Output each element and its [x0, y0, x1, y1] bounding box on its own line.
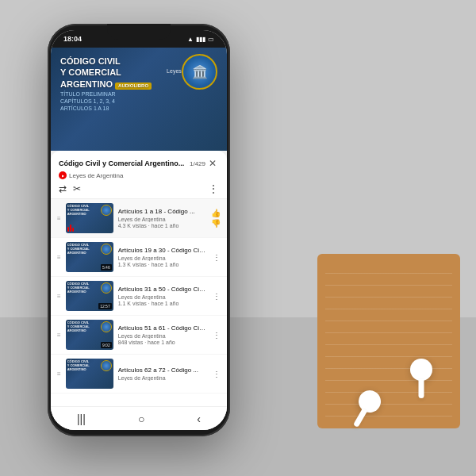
notebook-lines [325, 262, 452, 420]
battery-icon: ▭ [208, 36, 214, 43]
thumbnail-container: CÓDIGO CIVILY COMERCIALARGENTINO 9:02 [66, 320, 113, 350]
title-line2: Y COMERCIAL [60, 67, 121, 77]
item-title: Artículos 31 a 50 - Código Civil y Comer… [118, 286, 208, 294]
item-more-button[interactable]: ⋮ [213, 253, 221, 262]
playing-indicator [67, 225, 74, 232]
item-views: 848 vistas · hace 1 año [118, 340, 208, 345]
item-more-button[interactable]: ⋮ [213, 331, 221, 340]
playlist-count: 1/429 [190, 160, 205, 167]
phone: 18:04 ▲ ▮▮▮ ▭ Leyes de Argentin... CÓDIG… [48, 24, 230, 436]
video-header[interactable]: Leyes de Argentin... CÓDIGO CIVIL Y COME… [51, 48, 227, 151]
item-meta: Leyes de Argentina [118, 375, 208, 381]
thumbnail: CÓDIGO CIVILY COMERCIALARGENTINO [66, 359, 113, 389]
title-line1: CÓDIGO CIVIL [60, 56, 121, 66]
thumb-text: CÓDIGO CIVILY COMERCIALARGENTINO [67, 244, 90, 255]
playlist-panel: Código Civil y Comercial Argentino... 1/… [51, 151, 227, 430]
playlist-item[interactable]: ≡ CÓDIGO CIVILY COMERCIALARGENTINO 12:57… [51, 277, 227, 316]
home-indicator[interactable]: ||| [77, 413, 86, 425]
drag-handle: ≡ [57, 215, 61, 222]
thumb-coat [101, 205, 112, 216]
bar1 [67, 227, 69, 232]
airpod-right [410, 359, 432, 381]
item-title: Artículos 51 a 61 - Código Civil y Comer… [118, 324, 208, 332]
bar3 [72, 228, 74, 232]
item-title: Artículos 19 a 30 - Código Civil y Comer… [118, 247, 208, 255]
thumb-text: CÓDIGO CIVILY COMERCIALARGENTINO [67, 321, 90, 332]
scene: 18:04 ▲ ▮▮▮ ▭ Leyes de Argentin... CÓDIG… [0, 0, 476, 476]
thumbnail-container: CÓDIGO CIVILY COMERCIALARGENTINO 12:57 [66, 281, 113, 311]
back-button[interactable]: ‹ [197, 413, 201, 425]
thumbnail-container: CÓDIGO CIVILY COMERCIALARGENTINO [66, 359, 113, 389]
item-meta: Leyes de Argentina [118, 333, 208, 339]
status-time: 18:04 [63, 35, 82, 43]
item-title: Artículos 62 a 72 - Código ... [118, 367, 208, 374]
item-info: Artículos 51 a 61 - Código Civil y Comer… [118, 324, 208, 345]
video-header-text: CÓDIGO CIVIL Y COMERCIAL ARGENTINO AUDIO… [60, 56, 152, 111]
item-info: Artículos 1 a 18 - Código ... Leyes de A… [118, 208, 206, 228]
more-options-button[interactable]: ⋮ [208, 182, 219, 195]
playlist-channel: Leyes de Argentina [59, 171, 219, 179]
thumbnail: CÓDIGO CIVILY COMERCIALARGENTINO 9:02 [66, 320, 113, 350]
status-icons: ▲ ▮▮▮ ▭ [187, 36, 214, 43]
coat-of-arms: 🏛️ [182, 54, 217, 98]
articles-line: ARTÍCULOS 1 A 18 [60, 106, 152, 111]
playlist-title: Código Civil y Comercial Argentino... [59, 159, 186, 167]
thumbnail-container: CÓDIGO CIVILY COMERCIALARGENTINO 5:46 [66, 242, 113, 272]
drag-handle: ≡ [57, 332, 61, 339]
thumb-text: CÓDIGO CIVILY COMERCIALARGENTINO [67, 360, 90, 371]
audiolibro-badge: AUDIOLIBRO [115, 83, 152, 90]
thumb-coat [101, 360, 112, 371]
playlist-header: Código Civil y Comercial Argentino... 1/… [51, 151, 227, 199]
notebook [317, 254, 460, 428]
chapters-line: CAPÍTULOS 1, 2, 3, 4 [60, 98, 152, 104]
airpod-body-right [410, 359, 432, 381]
thumb-duration: 9:02 [101, 342, 112, 348]
thumb-text: CÓDIGO CIVILY COMERCIALARGENTINO [67, 205, 90, 216]
shuffle-button[interactable]: ⇄ [59, 183, 67, 194]
coat-circle: 🏛️ [182, 54, 217, 90]
repeat-button[interactable]: ✂ [73, 183, 81, 194]
item-info: Artículos 31 a 50 - Código Civil y Comer… [118, 286, 208, 306]
item-more-button[interactable]: ⋮ [213, 292, 221, 301]
thumb-duration: 5:46 [101, 264, 112, 271]
playlist-item[interactable]: ≡ CÓDIGO CIVILY COMERCIALARGENTINO 5:46 … [51, 238, 227, 277]
item-actions: 👍 👎 [211, 209, 221, 228]
playlist-item[interactable]: ≡ CÓDIGO CIVILY COMERCIALARGENTINO 9:02 … [51, 316, 227, 355]
drag-handle: ≡ [57, 370, 61, 378]
item-more-button[interactable]: ⋮ [213, 370, 221, 378]
playlist-item[interactable]: ≡ CÓDIGO CIVILY COMERCIALARGENTINO [51, 199, 227, 238]
youtube-icon [59, 171, 67, 179]
item-info: Artículos 19 a 30 - Código Civil y Comer… [118, 247, 208, 267]
home-button[interactable]: ○ [138, 413, 144, 425]
item-views: 4.3 K vistas · hace 1 año [118, 223, 206, 228]
phone-notch [107, 24, 171, 40]
close-button[interactable]: ✕ [206, 157, 219, 170]
video-title-main: CÓDIGO CIVIL Y COMERCIAL ARGENTINO AUDIO… [60, 56, 152, 90]
drag-handle: ≡ [57, 293, 61, 300]
signal-icon: ▮▮▮ [196, 36, 205, 43]
thumbnail-container: CÓDIGO CIVILY COMERCIALARGENTINO [66, 203, 113, 233]
playlist-item[interactable]: ≡ CÓDIGO CIVILY COMERCIALARGENTINO Artíc… [51, 355, 227, 393]
item-info: Artículos 62 a 72 - Código ... Leyes de … [118, 367, 208, 381]
title-line3: ARGENTINO [60, 79, 113, 89]
phone-screen: 18:04 ▲ ▮▮▮ ▭ Leyes de Argentin... CÓDIG… [51, 30, 227, 430]
playlist-items: ≡ CÓDIGO CIVILY COMERCIALARGENTINO [51, 199, 227, 416]
item-views: 1.1 K vistas · hace 1 año [118, 301, 208, 306]
thumbnail: CÓDIGO CIVILY COMERCIALARGENTINO [66, 203, 113, 233]
phone-bottom-bar: ||| ○ ‹ [51, 406, 227, 430]
item-title: Artículos 1 a 18 - Código ... [118, 208, 206, 216]
thumb-coat [101, 244, 112, 255]
bar2 [70, 225, 71, 232]
item-views: 1.3 K vistas · hace 1 año [118, 262, 208, 267]
drag-handle: ≡ [57, 254, 61, 261]
dislike-button[interactable]: 👎 [211, 219, 221, 228]
thumb-duration: 12:57 [98, 303, 112, 309]
thumbnail: CÓDIGO CIVILY COMERCIALARGENTINO 5:46 [66, 242, 113, 272]
wifi-icon: ▲ [187, 36, 194, 43]
item-meta: Leyes de Argentina [118, 294, 208, 300]
playlist-title-row: Código Civil y Comercial Argentino... 1/… [59, 157, 219, 170]
item-meta: Leyes de Argentina [118, 217, 206, 222]
playlist-controls: ⇄ ✂ ⋮ [59, 182, 219, 195]
like-button[interactable]: 👍 [211, 209, 221, 217]
thumb-coat [101, 321, 112, 332]
